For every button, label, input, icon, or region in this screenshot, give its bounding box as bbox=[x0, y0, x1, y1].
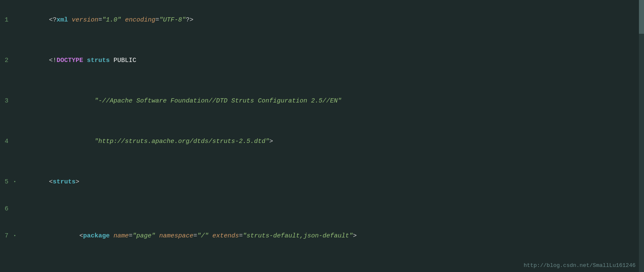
line-content-7: <package name="page" namespace="/" exten… bbox=[17, 216, 630, 256]
line-content-2: <!DOCTYPE struts PUBLIC bbox=[17, 40, 630, 81]
code-line-7: 7 • <package name="page" namespace="/" e… bbox=[0, 216, 639, 256]
line-dot-4 bbox=[13, 135, 17, 148]
line-number-8: 8 bbox=[0, 270, 13, 272]
code-line-1: 1 <?xml version="1.0" encoding="UTF-8"?> bbox=[0, 0, 639, 40]
code-line-6: 6 bbox=[0, 202, 639, 216]
line-number-7: 7 bbox=[0, 229, 13, 243]
code-line-3: 3 "-//Apache Software Foundation//DTD St… bbox=[0, 81, 639, 121]
editor-container: 1 <?xml version="1.0" encoding="UTF-8"?>… bbox=[0, 0, 644, 272]
line-dot-6 bbox=[13, 202, 17, 216]
line-content-3: "-//Apache Software Foundation//DTD Stru… bbox=[17, 81, 630, 121]
line-number-2: 2 bbox=[0, 54, 13, 67]
line-content-4: "http://struts.apache.org/dtds/struts-2.… bbox=[17, 121, 630, 162]
code-line-5: 5 • <struts> bbox=[0, 162, 639, 202]
line-dot-7: • bbox=[13, 229, 17, 243]
line-dot-2 bbox=[13, 54, 17, 67]
line-dot-8: • bbox=[13, 270, 17, 272]
line-dot-1 bbox=[13, 13, 17, 27]
code-line-4: 4 "http://struts.apache.org/dtds/struts-… bbox=[0, 121, 639, 162]
code-line-2: 2 <!DOCTYPE struts PUBLIC bbox=[0, 40, 639, 81]
line-dot-5: • bbox=[13, 175, 17, 189]
line-dot-3 bbox=[13, 94, 17, 108]
code-area: 1 <?xml version="1.0" encoding="UTF-8"?>… bbox=[0, 0, 639, 272]
line-number-4: 4 bbox=[0, 135, 13, 148]
line-number-6: 6 bbox=[0, 202, 13, 216]
line-content-5: <struts> bbox=[17, 162, 630, 202]
line-number-1: 1 bbox=[0, 13, 13, 27]
line-content-6 bbox=[17, 202, 630, 216]
line-number-5: 5 bbox=[0, 175, 13, 189]
scrollbar-thumb[interactable] bbox=[639, 0, 644, 34]
scrollbar[interactable] bbox=[639, 0, 644, 272]
line-content-1: <?xml version="1.0" encoding="UTF-8"?> bbox=[17, 0, 630, 40]
watermark: http://blog.csdn.net/SmallLu161246 bbox=[524, 262, 636, 269]
line-number-3: 3 bbox=[0, 94, 13, 108]
